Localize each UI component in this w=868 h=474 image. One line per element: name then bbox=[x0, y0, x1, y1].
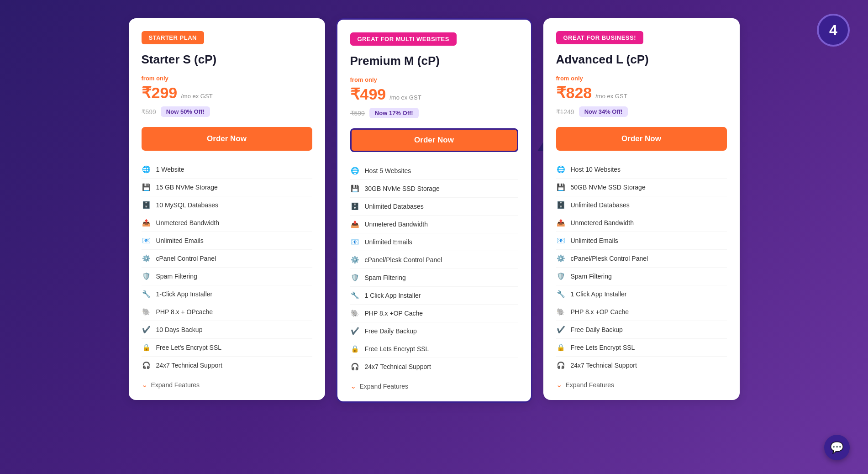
plan-card-advanced: GREAT FOR BUSINESS! Advanced L (cP) from… bbox=[543, 18, 740, 400]
feature-item-2-10: 🔒 Free Lets Encrypt SSL bbox=[556, 339, 727, 357]
feature-item-2-7: 🔧 1 Click App Installer bbox=[556, 285, 727, 303]
feature-item-0-10: 🔒 Free Let's Encrypt SSL bbox=[142, 339, 312, 357]
feature-item-1-4: 📧 Unlimited Emails bbox=[350, 233, 518, 251]
expand-label-premium: Expand Features bbox=[360, 383, 409, 390]
discount-row-advanced: ₹1249 Now 34% Off! bbox=[556, 106, 727, 117]
feature-item-1-9: ✔️ Free Daily Backup bbox=[350, 322, 518, 340]
feature-icon-2-0: 🌐 bbox=[556, 164, 566, 174]
feature-icon-2-3: 📤 bbox=[556, 218, 566, 228]
feature-text-1-6: Spam Filtering bbox=[365, 274, 406, 281]
feature-text-0-1: 15 GB NVMe Storage bbox=[156, 184, 218, 191]
feature-text-0-8: PHP 8.x + OPcache bbox=[156, 308, 213, 316]
plan-card-premium: GREAT FOR MULTI WEBSITES Premium M (cP) … bbox=[336, 18, 532, 403]
feature-text-2-1: 50GB NVMe SSD Storage bbox=[571, 184, 646, 191]
original-price-premium: ₹599 bbox=[350, 110, 365, 117]
feature-text-1-8: PHP 8.x +OP Cache bbox=[365, 310, 423, 317]
plan-badge-advanced: GREAT FOR BUSINESS! bbox=[556, 31, 644, 44]
feature-icon-2-5: ⚙️ bbox=[556, 253, 566, 263]
feature-text-1-7: 1 Click App Installer bbox=[365, 292, 421, 299]
feature-text-0-10: Free Let's Encrypt SSL bbox=[156, 344, 222, 351]
feature-item-0-9: ✔️ 10 Days Backup bbox=[142, 321, 312, 339]
features-list-premium: 🌐 Host 5 Websites 💾 30GB NVMe SSD Storag… bbox=[350, 162, 518, 375]
price-label-starter: from only bbox=[142, 75, 312, 82]
feature-item-1-8: 🐘 PHP 8.x +OP Cache bbox=[350, 305, 518, 322]
discount-badge-advanced: Now 34% Off! bbox=[579, 106, 628, 117]
feature-icon-2-7: 🔧 bbox=[556, 289, 566, 299]
feature-item-0-7: 🔧 1-Click App Installer bbox=[142, 285, 312, 303]
feature-icon-0-1: 💾 bbox=[142, 182, 152, 192]
plan-name-premium: Premium M (cP) bbox=[350, 54, 518, 68]
feature-text-2-7: 1 Click App Installer bbox=[571, 290, 627, 298]
price-row-premium: ₹499 /mo ex GST bbox=[350, 85, 518, 103]
original-price-starter: ₹599 bbox=[142, 108, 156, 116]
feature-item-2-11: 🎧 24x7 Technical Support bbox=[556, 357, 727, 374]
plan-name-starter: Starter S (cP) bbox=[142, 53, 312, 67]
order-button-premium[interactable]: Order Now bbox=[350, 128, 518, 152]
feature-icon-1-7: 🔧 bbox=[350, 290, 360, 300]
chat-icon: 💬 bbox=[830, 441, 844, 454]
feature-icon-0-4: 📧 bbox=[142, 236, 152, 246]
feature-text-0-9: 10 Days Backup bbox=[156, 326, 203, 333]
feature-item-2-9: ✔️ Free Daily Backup bbox=[556, 321, 727, 339]
page-wrapper: 4 STARTER PLAN Starter S (cP) from only … bbox=[9, 14, 859, 407]
order-button-starter[interactable]: Order Now bbox=[142, 127, 312, 151]
expand-features-starter[interactable]: ⌄ Expand Features bbox=[142, 374, 312, 389]
feature-text-0-7: 1-Click App Installer bbox=[156, 290, 213, 298]
price-main-advanced: ₹828 bbox=[556, 84, 592, 102]
feature-text-1-9: Free Daily Backup bbox=[365, 327, 417, 335]
feature-item-0-11: 🎧 24x7 Technical Support bbox=[142, 357, 312, 374]
feature-text-0-5: cPanel Control Panel bbox=[156, 255, 216, 262]
feature-icon-2-1: 💾 bbox=[556, 182, 566, 192]
feature-icon-1-5: ⚙️ bbox=[350, 255, 360, 265]
feature-icon-0-7: 🔧 bbox=[142, 289, 152, 299]
step-number-badge: 4 bbox=[817, 14, 850, 47]
feature-icon-1-3: 📤 bbox=[350, 219, 360, 229]
feature-text-0-6: Spam Filtering bbox=[156, 273, 197, 280]
feature-icon-2-4: 📧 bbox=[556, 236, 566, 246]
features-list-starter: 🌐 1 Website 💾 15 GB NVMe Storage 🗄️ 10 M… bbox=[142, 161, 312, 374]
feature-item-2-5: ⚙️ cPanel/Plesk Control Panel bbox=[556, 250, 727, 268]
feature-text-1-11: 24x7 Technical Support bbox=[365, 363, 431, 370]
feature-icon-2-10: 🔒 bbox=[556, 342, 566, 353]
feature-text-0-4: Unlimited Emails bbox=[156, 237, 204, 244]
feature-icon-1-6: 🛡️ bbox=[350, 273, 360, 283]
expand-features-advanced[interactable]: ⌄ Expand Features bbox=[556, 374, 727, 389]
chevron-down-icon-advanced: ⌄ bbox=[556, 380, 562, 389]
feature-icon-1-8: 🐘 bbox=[350, 308, 360, 318]
chat-bubble-button[interactable]: 💬 bbox=[824, 435, 850, 460]
plan-badge-premium: GREAT FOR MULTI WEBSITES bbox=[350, 32, 457, 46]
plan-name-advanced: Advanced L (cP) bbox=[556, 53, 727, 67]
plan-card-starter: STARTER PLAN Starter S (cP) from only ₹2… bbox=[129, 18, 325, 400]
feature-text-2-5: cPanel/Plesk Control Panel bbox=[571, 255, 648, 262]
feature-text-2-0: Host 10 Websites bbox=[571, 166, 621, 173]
chevron-down-icon-premium: ⌄ bbox=[350, 382, 356, 390]
feature-icon-1-10: 🔒 bbox=[350, 344, 360, 354]
pricing-cards-container: STARTER PLAN Starter S (cP) from only ₹2… bbox=[9, 14, 859, 407]
feature-icon-0-8: 🐘 bbox=[142, 307, 152, 317]
feature-text-0-3: Unmetered Bandwidth bbox=[156, 219, 220, 226]
feature-item-1-0: 🌐 Host 5 Websites bbox=[350, 162, 518, 180]
feature-item-2-6: 🛡️ Spam Filtering bbox=[556, 268, 727, 285]
price-label-premium: from only bbox=[350, 76, 518, 83]
feature-icon-0-0: 🌐 bbox=[142, 164, 152, 174]
plan-badge-starter: STARTER PLAN bbox=[142, 31, 204, 44]
feature-item-0-2: 🗄️ 10 MySQL Databases bbox=[142, 196, 312, 214]
feature-text-1-1: 30GB NVMe SSD Storage bbox=[365, 185, 440, 192]
feature-text-2-8: PHP 8.x +OP Cache bbox=[571, 308, 629, 316]
feature-icon-0-6: 🛡️ bbox=[142, 271, 152, 281]
feature-item-0-8: 🐘 PHP 8.x + OPcache bbox=[142, 303, 312, 321]
feature-icon-2-11: 🎧 bbox=[556, 360, 566, 370]
feature-icon-1-4: 📧 bbox=[350, 237, 360, 247]
price-period-premium: /mo ex GST bbox=[389, 94, 421, 101]
feature-icon-0-2: 🗄️ bbox=[142, 200, 152, 210]
feature-item-2-8: 🐘 PHP 8.x +OP Cache bbox=[556, 303, 727, 321]
feature-item-1-6: 🛡️ Spam Filtering bbox=[350, 269, 518, 287]
expand-label-advanced: Expand Features bbox=[566, 381, 615, 389]
feature-text-0-11: 24x7 Technical Support bbox=[156, 362, 222, 369]
expand-features-premium[interactable]: ⌄ Expand Features bbox=[350, 375, 518, 390]
order-button-advanced[interactable]: Order Now bbox=[556, 127, 727, 151]
price-period-advanced: /mo ex GST bbox=[595, 93, 627, 100]
discount-badge-starter: Now 50% Off! bbox=[161, 106, 210, 117]
features-list-advanced: 🌐 Host 10 Websites 💾 50GB NVMe SSD Stora… bbox=[556, 161, 727, 374]
feature-text-2-9: Free Daily Backup bbox=[571, 326, 623, 333]
